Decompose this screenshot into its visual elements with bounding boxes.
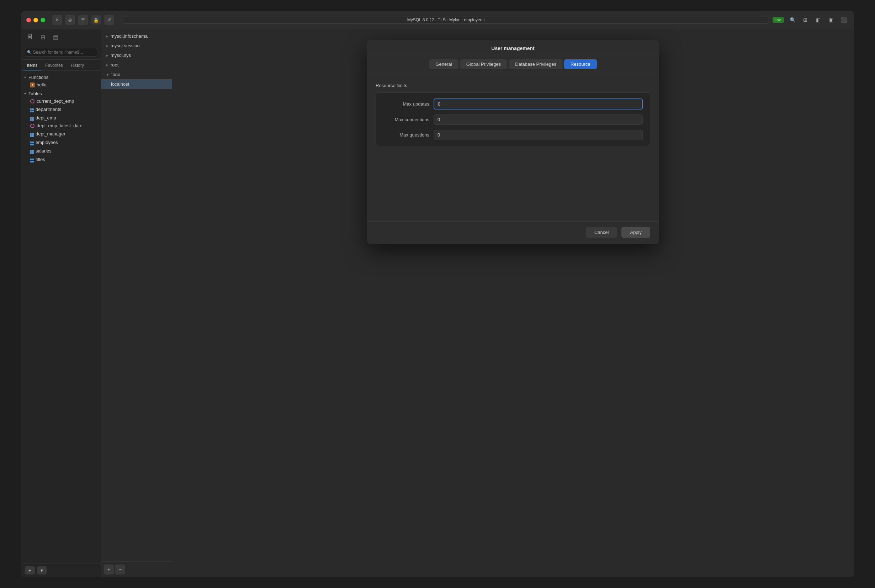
modal-body: Resource limits Max updates Max connecti… xyxy=(367,72,659,222)
arrow-session: ▶ xyxy=(106,44,108,48)
remove-user-button[interactable]: − xyxy=(115,564,125,574)
user-infoschema-label: mysql.infoschema xyxy=(111,33,147,39)
user-session[interactable]: ▶ mysql.session xyxy=(101,41,172,51)
max-connections-row: Max connections xyxy=(383,114,643,125)
user-list: ▶ mysql.infoschema ▶ mysql.session ▶ mys… xyxy=(101,29,172,561)
search-button[interactable]: 🔍 xyxy=(788,15,797,25)
tab-database-privileges[interactable]: Database Privileges xyxy=(509,59,563,69)
tab-items[interactable]: Items xyxy=(24,61,41,70)
close-button[interactable] xyxy=(26,18,31,22)
table-dept-emp[interactable]: dept_emp xyxy=(26,113,101,122)
modal-title: User management xyxy=(367,40,659,55)
functions-chevron: ▼ xyxy=(24,76,27,79)
function-icon: f xyxy=(30,82,35,87)
user-root[interactable]: ▶ root xyxy=(101,60,172,70)
table-dept-manager[interactable]: dept_manager xyxy=(26,129,101,138)
user-localhost[interactable]: localhost xyxy=(101,79,172,89)
user-management-modal: User management General Global Privilege… xyxy=(367,40,659,244)
user-tono-label: tono xyxy=(111,72,120,77)
add-item-button[interactable]: + xyxy=(25,566,35,574)
table-icon-titles xyxy=(30,156,34,162)
arrow-tono: ▼ xyxy=(106,73,109,76)
add-user-button[interactable]: + xyxy=(104,564,114,574)
layout-button[interactable]: ▣ xyxy=(826,15,836,25)
tables-chevron: ▼ xyxy=(24,92,27,96)
table-titles[interactable]: titles xyxy=(26,155,101,164)
search-icon: 🔍 xyxy=(27,50,32,55)
list-button[interactable]: ☰ xyxy=(78,15,88,25)
user-panel: ▶ mysql.infoschema ▶ mysql.session ▶ mys… xyxy=(101,29,172,578)
main-area: 🗄 ⊞ ▤ 🔍 Items Favorites History ▼ Functi… xyxy=(21,29,854,578)
dropdown-button[interactable]: ▾ xyxy=(37,566,47,574)
tab-history[interactable]: History xyxy=(67,61,87,70)
traffic-lights xyxy=(26,18,45,22)
table-dept-emp-latest-label: dept_emp_latest_date xyxy=(37,123,83,128)
user-panel-bottom: + − xyxy=(101,561,172,578)
maximize-button[interactable] xyxy=(41,18,45,22)
resource-form: Max updates Max connections Max question… xyxy=(376,92,650,146)
split-button[interactable]: ⬛ xyxy=(839,15,849,25)
table-icon-employees xyxy=(30,139,34,146)
max-updates-label: Max updates xyxy=(383,101,429,106)
table-dept-emp-latest[interactable]: dept_emp_latest_date xyxy=(26,122,101,129)
tab-resource[interactable]: Resource xyxy=(564,59,597,69)
tab-general[interactable]: General xyxy=(429,59,458,69)
max-updates-row: Max updates xyxy=(383,99,643,110)
table-dept-emp-label: dept_emp xyxy=(36,115,56,120)
modal-footer: Cancel Apply xyxy=(367,222,659,244)
max-connections-input[interactable] xyxy=(434,114,643,125)
user-localhost-label: localhost xyxy=(111,81,129,87)
view-icon xyxy=(30,99,35,104)
functions-children: f hello xyxy=(21,81,101,88)
minimize-button[interactable] xyxy=(33,18,38,22)
table-departments[interactable]: departments xyxy=(26,105,101,113)
tab-favorites[interactable]: Favorites xyxy=(42,61,66,70)
titlebar: ✕ ◎ ☰ 🔒 ↺ MySQL 8.0.12 : TLS : Myloc : e… xyxy=(21,10,854,29)
table-current-dept-emp[interactable]: current_dept_emp xyxy=(26,98,101,105)
functions-group[interactable]: ▼ Functions xyxy=(21,74,101,81)
table-salaries[interactable]: salaries xyxy=(26,147,101,155)
table-icon-salaries xyxy=(30,147,34,154)
table-icon-dept-emp xyxy=(30,114,34,121)
user-sys-label: mysql.sys xyxy=(111,52,131,58)
max-questions-label: Max questions xyxy=(383,132,429,138)
connection-label: MySQL 8.0.12 : TLS : Myloc : employees xyxy=(123,16,769,24)
arrow-infoschema: ▶ xyxy=(106,34,108,38)
function-hello[interactable]: f hello xyxy=(26,81,101,88)
table-dept-manager-label: dept_manager xyxy=(36,131,65,136)
max-updates-input[interactable] xyxy=(434,99,643,110)
table-departments-label: departments xyxy=(36,106,61,112)
cancel-button[interactable]: Cancel xyxy=(586,227,617,238)
right-panel: User management General Global Privilege… xyxy=(172,29,854,578)
function-hello-label: hello xyxy=(37,82,46,87)
table-icon-departments xyxy=(30,106,34,112)
titlebar-controls: ✕ ◎ ☰ xyxy=(52,15,88,25)
search-wrapper: 🔍 xyxy=(25,48,97,57)
apply-button[interactable]: Apply xyxy=(621,227,650,238)
table-current-dept-emp-label: current_dept_emp xyxy=(37,99,74,104)
refresh-button[interactable]: ↺ xyxy=(104,15,114,25)
table-employees[interactable]: employees xyxy=(26,138,101,147)
loc-badge: loc xyxy=(773,17,784,23)
user-sys[interactable]: ▶ mysql.sys xyxy=(101,51,172,60)
sidebar-tabs: Items Favorites History xyxy=(21,60,101,71)
table-salaries-label: salaries xyxy=(36,148,51,154)
tables-label: Tables xyxy=(29,91,42,96)
search-input[interactable] xyxy=(25,48,97,57)
back-button[interactable]: ✕ xyxy=(52,15,62,25)
grid-button[interactable]: ⊞ xyxy=(800,15,810,25)
tab-global-privileges[interactable]: Global Privileges xyxy=(460,59,508,69)
user-infoschema[interactable]: ▶ mysql.infoschema xyxy=(101,31,172,41)
sidebar-toggle-button[interactable]: ◧ xyxy=(813,15,823,25)
lock-button[interactable]: 🔒 xyxy=(92,15,101,24)
modal-tabs: General Global Privileges Database Privi… xyxy=(367,55,659,72)
user-tono[interactable]: ▼ tono xyxy=(101,70,172,79)
resource-section-title: Resource limits xyxy=(376,83,650,88)
eye-button[interactable]: ◎ xyxy=(65,15,75,25)
tables-group[interactable]: ▼ Tables xyxy=(21,90,101,98)
db-icon: 🗄 xyxy=(25,32,35,42)
max-connections-label: Max connections xyxy=(383,117,429,122)
functions-label: Functions xyxy=(29,75,48,80)
arrow-root: ▶ xyxy=(106,63,108,67)
max-questions-input[interactable] xyxy=(434,130,643,140)
